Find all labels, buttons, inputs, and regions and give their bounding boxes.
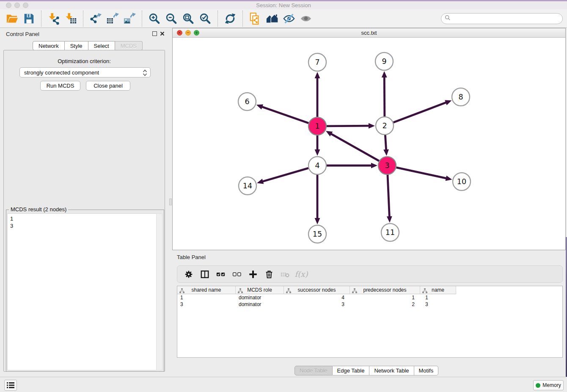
zoom-fit-icon[interactable] [181,11,195,26]
eye-icon [299,11,313,26]
close-panel-icon[interactable] [160,31,165,36]
optimization-criterion-label: Optimization criterion: [4,58,165,64]
import-table-icon[interactable] [63,11,78,26]
mcds-result-scrollbar[interactable] [156,213,162,370]
tab-motifs[interactable]: Motifs [414,366,439,375]
network-canvas[interactable]: 7968124314101511 [173,38,565,250]
control-panel: Control Panel NetworkStyleSelectMCDS Opt… [0,28,169,377]
table-cell[interactable]: 4 [284,295,350,301]
add-icon[interactable] [247,268,259,280]
memory-status-dot [536,383,540,388]
clone-network-icon[interactable] [248,11,262,26]
export-table-icon[interactable] [105,11,120,26]
mcds-result-legend: MCDS result (2 nodes) [9,206,68,213]
window-title: Session: New Session [0,2,567,8]
column-header-shared-name[interactable]: shared name [177,286,236,294]
graph-edge-3-11[interactable] [388,175,389,218]
column-header-predecessor-nodes[interactable]: predecessor nodes [350,286,420,294]
graph-edge-4-14[interactable] [262,168,308,182]
column-header-label: MCDS role [236,287,284,293]
node-table: shared nameMCDS rolesuccessor nodesprede… [177,286,563,358]
graph-edge-2-3[interactable] [385,135,386,151]
toolbar-separator [41,11,41,27]
task-list-button[interactable] [4,380,17,391]
tab-select[interactable]: Select [88,41,115,50]
graph-node-label: 7 [315,58,319,66]
graph-node-label: 4 [315,161,319,170]
table-cell[interactable]: dominator [236,295,284,301]
network-window-title: scc.txt [173,30,565,36]
column-header-mcds-role[interactable]: MCDS role [236,286,284,294]
search-input[interactable] [453,15,559,22]
table-cell[interactable]: dominator [236,301,284,308]
close-panel-button[interactable]: Close panel [86,81,130,91]
two-houses-icon[interactable] [265,11,279,26]
mcds-panel: Optimization criterion: strongly connect… [3,50,165,372]
toolbar-separator [242,11,243,27]
table-cell[interactable]: 1 [350,295,420,301]
float-panel-icon[interactable] [152,31,157,36]
graph-edge-arrow [383,149,389,156]
table-row[interactable]: 1dominator411 [177,295,562,301]
graph-edge-arrow [315,72,320,78]
export-image-icon[interactable] [122,11,137,26]
vertical-splitter-grip[interactable] [169,199,172,205]
search-box[interactable] [441,13,563,24]
column-header-name[interactable]: name [420,286,456,294]
table-cell[interactable]: 3 [284,301,350,308]
network-window-titlebar[interactable]: scc.txt [173,28,565,38]
split-pane-icon[interactable] [198,268,211,280]
column-header-successor-nodes[interactable]: successor nodes [284,286,350,294]
tab-mcds[interactable]: MCDS [115,41,143,50]
import-network-icon[interactable] [47,11,61,26]
search-icon [445,15,451,22]
open-session-icon[interactable] [5,11,19,26]
zoom-in-icon[interactable] [147,11,162,26]
tab-network[interactable]: Network [33,41,65,50]
memory-button[interactable]: Memory [533,380,564,390]
export-network-icon[interactable] [88,11,103,26]
tab-node-table[interactable]: Node Table [295,366,333,375]
select-all-icon[interactable] [215,268,227,280]
table-cell[interactable]: 3 [177,301,236,308]
graph-node-label: 6 [245,97,249,106]
graph-edge-arrow [445,100,451,105]
column-header-label: successor nodes [284,287,350,293]
status-bar: Memory [0,377,567,392]
tab-edge-table[interactable]: Edge Table [333,366,370,375]
tab-style[interactable]: Style [65,41,88,50]
zoom-selected-icon[interactable] [198,11,212,26]
tab-network-table[interactable]: Network Table [369,366,414,375]
graph-edge-3-1[interactable] [330,133,379,161]
criterion-select[interactable]: strongly connected component [19,67,151,77]
table-cell[interactable]: 1 [420,295,456,301]
zoom-out-icon[interactable] [164,11,179,26]
graph-edge-1-6[interactable] [261,107,308,123]
save-session-icon[interactable] [22,11,36,26]
stepper-icon [143,69,147,77]
network-view-window: scc.txt 7968124314101511 [172,28,566,250]
graph-edge-1-2[interactable] [327,126,370,126]
graph-node-label: 9 [382,57,386,66]
gear-icon[interactable] [182,268,195,280]
graph-edge-2-9[interactable] [384,76,385,116]
run-mcds-button[interactable]: Run MCDS [40,81,80,91]
graph-edge-arrow [371,163,377,168]
table-cell[interactable]: 2 [350,301,420,308]
table-panel-tabs: Node TableEdge TableNetwork TableMotifs [295,366,438,375]
delete-icon[interactable] [263,268,275,280]
mcds-result-text: 1 3 [10,215,13,229]
graph-edge-3-10[interactable] [396,168,447,179]
table-cell[interactable]: 3 [420,301,456,308]
deselect-all-icon[interactable] [231,268,243,280]
criterion-selected-value: strongly connected component [24,69,99,76]
table-row[interactable]: 3dominator323 [177,301,562,308]
eye-slash-icon[interactable] [282,11,296,26]
graph-node-label: 2 [382,121,387,130]
column-header-label: name [420,287,456,293]
graph-node-label: 14 [243,182,252,190]
table-cell[interactable]: 1 [177,295,236,301]
refresh-icon[interactable] [223,11,237,26]
mcds-result-textarea[interactable]: 1 3 [7,213,157,370]
graph-edge-2-8[interactable] [394,102,447,122]
